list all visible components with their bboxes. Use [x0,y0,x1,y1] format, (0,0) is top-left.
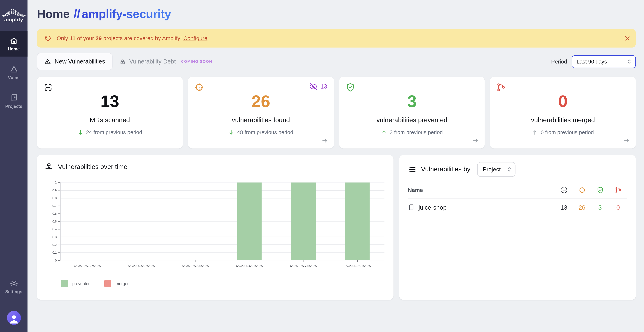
period-value: Last 90 days [577,58,607,65]
chart-legend: preventedmerged [61,280,384,287]
banner-text-part: projects are covered by Amplify! [102,35,184,41]
sidebar-item-label: Settings [5,289,22,294]
legend-item-merged: merged [104,280,130,287]
silenced-badge: 13 [310,83,327,90]
sidebar-item-settings[interactable]: Settings [0,274,28,300]
repo-icon [408,204,414,211]
trend: 3 from previous period [381,129,443,135]
arrow-right-icon [322,137,328,144]
column-merged [609,187,627,194]
trend-text: 48 from previous period [237,129,293,135]
shield-check-icon [346,83,354,92]
card-details-arrow[interactable] [472,137,479,144]
bar-chart: 10.90.80.70.60.50.40.30.20.10 [45,182,384,260]
trend-text: 24 from previous period [86,129,142,135]
legend-label: prevented [72,281,90,286]
sidebar-item-projects[interactable]: Projects [0,89,28,114]
column-scanned [555,187,573,194]
app-viewport: amplify Home Vulns Projects [0,0,644,332]
x-axis-label: 4/23/2025-5/7/2025 [60,264,114,268]
covered-count: 11 [70,35,76,41]
y-tick: 0 [55,259,60,262]
sidebar-item-home[interactable]: Home [0,31,28,56]
gridline [61,252,384,253]
mountain-logo-icon [2,6,26,18]
gridline [61,237,384,237]
avatar[interactable] [7,311,21,325]
shield-check-icon [597,187,604,194]
x-axis-label: 5/8/2025-5/22/2025 [114,264,168,268]
y-axis-labels: 10.90.80.70.60.50.40.30.20.10 [45,182,60,260]
x-axis-label: 6/22/2025-7/6/2025 [276,264,330,268]
configure-link[interactable]: Configure [184,35,207,41]
card-details-arrow[interactable] [624,137,630,144]
book-icon [10,94,18,102]
gridline [61,182,384,183]
page-title: Home//amplify-security [37,7,636,21]
stat-value: 26 [252,92,270,111]
sidebar-item-label: Projects [5,104,22,109]
gridline [61,244,384,245]
git-merge-icon [615,187,622,194]
gridline [61,221,384,222]
x-tick [88,260,88,262]
chart-header: Vulnerabilities over time [45,163,384,171]
projects-header: Vulnerabilities by Project [408,162,627,177]
logo-text: amplify [4,16,23,22]
card-body: 13 MRs scanned 24 from previous period [37,92,183,135]
arrow-right-icon [472,137,479,144]
tab-new-vulnerabilities[interactable]: New Vulnerabilities [37,53,112,70]
total-count: 29 [96,35,102,41]
card-body: 3 vulnerabilities prevented 3 from previ… [339,92,484,135]
card-vulnerabilities-merged: 0 vulnerabilities merged 0 from previous… [490,77,636,149]
column-found [573,187,591,194]
cell-merged: 0 [609,204,627,211]
silenced-count: 13 [320,83,327,90]
warning-triangle-icon [44,58,51,65]
banner-text-part: of your [76,35,96,41]
x-tick [250,260,250,262]
banner-close-button[interactable] [625,29,630,47]
person-icon [8,314,19,325]
stat-label: vulnerabilities merged [531,117,595,124]
tab-vulnerability-debt[interactable]: Vulnerability Debt COMING SOON [112,53,219,70]
stat-label: vulnerabilities found [232,117,290,124]
group-by-value: Project [483,166,502,173]
card-mrs-scanned: 13 MRs scanned 24 from previous period [37,77,183,149]
y-tick: 0.9 [52,188,60,192]
card-details-arrow[interactable] [322,137,328,144]
tab-label: New Vulnerabilities [54,58,105,65]
vulnerabilities-over-time-panel: Vulnerabilities over time 10.90.80.70.60… [37,155,394,300]
legend-label: merged [116,281,130,286]
period-select[interactable]: Last 90 days [572,55,636,68]
coming-soon-badge: COMING SOON [181,59,212,63]
projects-panel-title: Vulnerabilities by [421,166,470,173]
trend-arrow-icon [381,129,387,135]
cell-prevented: 3 [591,204,609,211]
stat-value: 3 [407,92,416,111]
y-tick: 0.7 [52,204,60,208]
y-tick: 0.8 [52,196,60,200]
tabs-row: New Vulnerabilities Vulnerability Debt C… [37,53,636,70]
trend-text: 3 from previous period [390,129,443,135]
y-tick: 0.5 [52,220,60,223]
column-name: Name [408,187,555,193]
x-tick [142,260,142,262]
sidebar-item-label: Vulns [8,75,20,80]
cell-found: 26 [573,204,591,211]
project-name: juice-shop [418,204,446,211]
plot-area [60,182,384,260]
gridline [61,198,384,198]
page-title-org: amplify-security [82,7,171,20]
stat-value: 0 [558,92,568,111]
table-row-juice-shop[interactable]: juice-shop 13 26 3 0 [408,198,627,216]
card-vulnerabilities-prevented: 3 vulnerabilities prevented 3 from previ… [339,77,484,149]
stat-label: MRs scanned [90,117,130,124]
gridline [61,190,384,191]
warning-triangle-icon [10,65,18,73]
chart-title: Vulnerabilities over time [58,163,127,170]
group-by-select[interactable]: Project [478,162,516,177]
sidebar-item-vulns[interactable]: Vulns [0,60,28,85]
x-axis-labels: 4/23/2025-5/7/20255/8/2025-5/22/20255/23… [60,264,384,268]
home-icon [10,36,18,45]
